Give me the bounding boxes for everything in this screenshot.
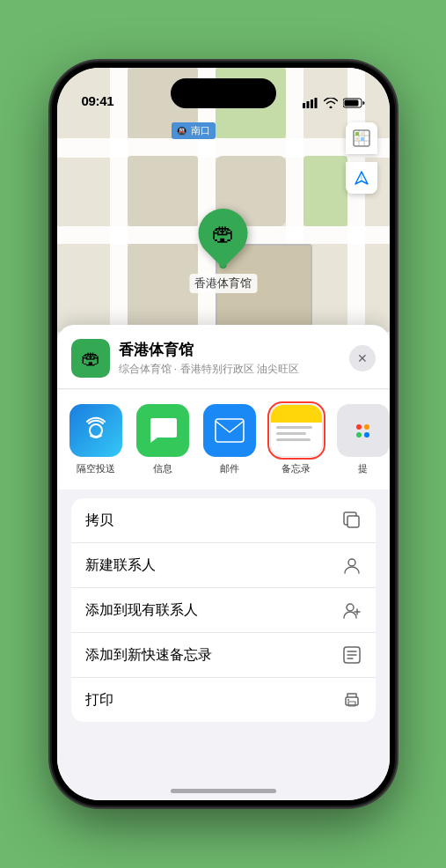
notes-lines [271,423,322,456]
location-button[interactable] [346,162,377,194]
notes-icon [270,404,323,457]
mail-label: 邮件 [220,462,239,475]
notes-line-1 [276,426,312,429]
phone-screen: 09:41 [57,68,390,800]
bottom-sheet: 🏟 香港体育馆 综合体育馆 · 香港特别行政区 油尖旺区 ✕ [57,325,390,800]
sheet-header: 🏟 香港体育馆 综合体育馆 · 香港特别行政区 油尖旺区 ✕ [57,325,390,389]
venue-name: 香港体育馆 [119,340,349,360]
entrance-icon: 🚇 [177,127,186,136]
action-print-label: 打印 [85,691,113,710]
map-view-icon [353,129,370,147]
venue-icon: 🏟 [71,339,110,378]
marker-label: 香港体育馆 [189,274,257,293]
print-svg [342,690,362,710]
action-list: 拷贝 新建联系人 [71,498,376,722]
svg-rect-13 [347,516,359,527]
notes-line-3 [276,438,311,441]
new-contact-svg [342,555,362,575]
svg-rect-3 [314,98,317,108]
svg-rect-5 [344,100,358,107]
svg-rect-7 [355,132,359,136]
action-new-contact[interactable]: 新建联系人 [71,543,376,588]
dynamic-island [171,78,276,108]
share-message[interactable]: 信息 [131,404,194,475]
map-view-button[interactable] [346,122,377,154]
phone-frame: 09:41 [52,63,395,805]
more-dots [356,424,369,438]
map-entrance-label: 🚇 南口 [172,122,216,139]
new-contact-icon [342,555,362,575]
message-icon [136,404,189,457]
notes-line-2 [276,432,307,435]
close-button[interactable]: ✕ [349,345,376,371]
share-notes[interactable]: 备忘录 [265,404,328,475]
airdrop-svg [82,416,110,445]
home-indicator [171,789,276,793]
svg-rect-10 [361,137,364,141]
action-quick-note[interactable]: 添加到新快速备忘录 [71,633,376,678]
action-copy-label: 拷贝 [85,511,113,530]
status-icons [303,98,365,108]
more-icon [337,404,390,457]
action-new-contact-label: 新建联系人 [85,556,156,575]
share-mail[interactable]: 邮件 [198,404,261,475]
svg-rect-9 [355,137,359,141]
add-contact-svg [342,600,362,620]
action-print[interactable]: 打印 [71,678,376,722]
svg-point-15 [347,604,354,611]
message-label: 信息 [153,462,172,475]
stadium-marker: 🏟 香港体育馆 [189,209,257,293]
share-airdrop[interactable]: 隔空投送 [64,404,128,475]
share-more[interactable]: 提 [332,404,390,475]
copy-icon [342,511,362,530]
mail-svg [215,418,245,443]
map-controls [346,122,377,194]
message-svg [147,415,179,446]
stadium-icon: 🏟 [212,220,235,247]
venue-info: 香港体育馆 综合体育馆 · 香港特别行政区 油尖旺区 [119,340,349,377]
quick-note-icon [342,645,362,665]
quick-note-svg [342,645,362,665]
add-contact-icon [342,600,362,620]
battery-icon [343,98,365,108]
location-arrow-icon [354,170,369,186]
signal-icon [303,98,318,108]
svg-rect-1 [306,101,309,108]
svg-rect-0 [303,103,305,108]
action-add-existing[interactable]: 添加到现有联系人 [71,588,376,633]
share-row: 隔空投送 信息 [57,390,390,489]
mail-icon [203,404,256,457]
svg-rect-8 [361,132,364,136]
svg-point-11 [90,424,102,437]
svg-point-14 [348,559,355,566]
svg-rect-12 [216,419,244,442]
status-time: 09:41 [82,93,114,108]
airdrop-icon [69,404,122,457]
action-add-existing-label: 添加到现有联系人 [85,601,198,620]
notes-label: 备忘录 [281,462,311,475]
copy-svg [342,511,362,530]
action-copy[interactable]: 拷贝 [71,498,376,543]
wifi-icon [324,98,338,108]
svg-point-19 [347,699,349,701]
notes-top-stripe [271,405,322,423]
action-quick-note-label: 添加到新快速备忘录 [85,646,212,665]
more-label: 提 [358,462,368,475]
airdrop-label: 隔空投送 [77,462,115,475]
print-icon [342,690,362,710]
venue-subtitle: 综合体育馆 · 香港特别行政区 油尖旺区 [119,362,349,377]
marker-pin: 🏟 [188,198,258,268]
svg-rect-2 [311,99,313,108]
